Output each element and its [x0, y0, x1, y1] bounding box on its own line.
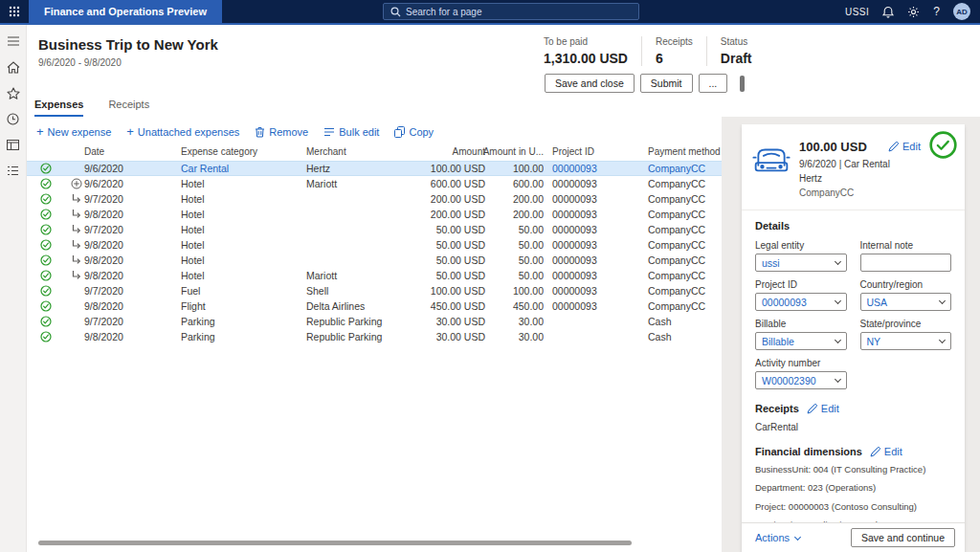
cell-payment-method: Cash: [648, 329, 734, 344]
waffle-icon[interactable]: [0, 0, 29, 23]
unattached-expenses-button[interactable]: + Unattached expenses: [126, 125, 239, 138]
table-row[interactable]: 9/7/2020FuelShell100.00 USD100.000000009…: [27, 283, 722, 298]
table-row[interactable]: 9/7/2020Hotel50.00 USD50.0000000093Compa…: [27, 222, 722, 237]
edit-financial-dimensions-button[interactable]: Edit: [870, 446, 902, 457]
dropdown[interactable]: W00002390: [755, 371, 847, 389]
tree-spacer: [71, 314, 84, 329]
subline-icon: [71, 237, 84, 253]
dropdown[interactable]: ussi: [755, 254, 847, 272]
new-expense-button[interactable]: + New expense: [36, 125, 111, 138]
header-scrollbar[interactable]: [740, 76, 745, 92]
cell-project-id[interactable]: 00000093: [552, 253, 634, 268]
menu-icon[interactable]: [6, 33, 21, 49]
cell-project-id[interactable]: 00000093: [552, 237, 634, 253]
cell-payment-method: CompanyCC: [648, 298, 734, 314]
chevron-down-icon: [794, 533, 801, 540]
table-row[interactable]: 9/7/2020Hotel200.00 USD200.0000000093Com…: [27, 191, 722, 207]
table-row[interactable]: 9/6/2020Car RentalHertz100.00 USD100.000…: [27, 161, 722, 176]
bell-icon[interactable]: [882, 6, 894, 18]
copy-button[interactable]: Copy: [394, 126, 434, 138]
cell-project-id[interactable]: 00000093: [552, 222, 634, 237]
cell-expense-category: Hotel: [181, 237, 294, 253]
submit-button[interactable]: Submit: [640, 74, 693, 93]
financial-dimensions-header: Financial dimensions Edit: [755, 446, 951, 457]
horizontal-scrollbar[interactable]: [38, 541, 632, 545]
workspaces-icon[interactable]: [6, 137, 21, 152]
table-row[interactable]: 9/8/2020Hotel200.00 USD200.0000000093Com…: [27, 207, 722, 222]
edit-expense-button[interactable]: Edit: [888, 141, 921, 152]
content-area: + New expense + Unattached expenses Remo…: [27, 117, 980, 552]
cell-amount: 200.00 USD: [390, 207, 485, 222]
cell-project-id[interactable]: 00000093: [552, 283, 634, 298]
edit-receipts-button[interactable]: Edit: [807, 403, 839, 414]
cell-payment-method: CompanyCC: [648, 253, 734, 268]
chevron-down-icon: [834, 298, 840, 304]
edit-icon: [888, 142, 899, 152]
text-input[interactable]: [860, 254, 952, 272]
column-amount[interactable]: Amount: [390, 144, 485, 160]
cell-project-id[interactable]: 00000093: [552, 191, 634, 207]
column-amount-usd[interactable]: Amount in U...: [482, 144, 544, 160]
actions-menu[interactable]: Actions: [755, 532, 800, 543]
field-billable: BillableBillable: [755, 319, 847, 350]
column-project-id[interactable]: Project ID: [552, 144, 634, 160]
favorites-icon[interactable]: [6, 85, 21, 100]
cell-expense-category: Hotel: [181, 176, 294, 191]
subline-icon: [71, 207, 84, 222]
table-row[interactable]: 9/6/2020HotelMariott600.00 USD600.000000…: [27, 176, 722, 191]
details-section-title: Details: [755, 220, 951, 232]
column-payment-method[interactable]: Payment method: [648, 144, 734, 160]
app-title[interactable]: Finance and Operations Preview: [29, 0, 222, 23]
recent-icon[interactable]: [6, 111, 21, 126]
cell-amount-usd: 100.00: [482, 283, 544, 298]
cell-payment-method: CompanyCC: [648, 207, 734, 222]
bulk-edit-button[interactable]: Bulk edit: [323, 126, 379, 138]
cell-project-id[interactable]: 00000093: [552, 207, 634, 222]
cell-amount: 600.00 USD: [390, 176, 485, 191]
environment-label[interactable]: USSI: [845, 7, 869, 17]
cell-payment-method: CompanyCC: [648, 237, 734, 253]
financial-dimensions-title: Financial dimensions: [755, 446, 862, 457]
cell-expense-category[interactable]: Car Rental: [181, 161, 294, 176]
table-row[interactable]: 9/8/2020ParkingRepublic Parking30.00 USD…: [27, 329, 722, 344]
modules-icon[interactable]: [6, 163, 21, 178]
gear-icon[interactable]: [907, 6, 920, 18]
cell-expense-category: Hotel: [181, 207, 294, 222]
dropdown[interactable]: USA: [860, 293, 952, 311]
search-input[interactable]: Search for a page: [383, 3, 639, 20]
cell-project-id[interactable]: 00000093: [552, 298, 634, 314]
status-approved-icon: [40, 268, 54, 283]
tab-expenses[interactable]: Expenses: [34, 99, 83, 117]
table-row[interactable]: 9/8/2020FlightDelta Airlines450.00 USD45…: [27, 298, 722, 314]
expense-grid-panel: + New expense + Unattached expenses Remo…: [27, 117, 722, 552]
save-and-continue-button[interactable]: Save and continue: [851, 528, 955, 547]
table-row[interactable]: 9/8/2020HotelMariott50.00 USD50.00000000…: [27, 268, 722, 283]
dropdown[interactable]: NY: [860, 332, 952, 350]
dropdown[interactable]: 00000093: [755, 293, 847, 311]
remove-button[interactable]: Remove: [255, 126, 308, 138]
more-button[interactable]: ...: [699, 74, 728, 93]
table-row[interactable]: 9/8/2020Hotel50.00 USD50.0000000093Compa…: [27, 237, 722, 253]
column-expense-category[interactable]: Expense category: [181, 144, 294, 160]
cell-amount: 200.00 USD: [390, 191, 485, 207]
status-approved-icon: [40, 314, 54, 329]
cell-project-id[interactable]: 00000093: [552, 268, 634, 283]
table-row[interactable]: 9/8/2020Hotel50.00 USD50.0000000093Compa…: [27, 253, 722, 268]
table-row[interactable]: 9/7/2020ParkingRepublic Parking30.00 USD…: [27, 314, 722, 329]
save-and-close-button[interactable]: Save and close: [545, 74, 635, 93]
avatar[interactable]: AD: [953, 3, 970, 20]
tree-spacer: [71, 161, 84, 176]
receipts-section-title: Receipts: [755, 403, 799, 414]
receipt-item[interactable]: CarRental: [755, 422, 951, 432]
home-icon[interactable]: [6, 59, 21, 75]
cell-amount: 30.00 USD: [390, 314, 485, 329]
tab-receipts[interactable]: Receipts: [108, 99, 149, 117]
dropdown[interactable]: Billable: [755, 332, 847, 350]
expand-icon[interactable]: [71, 176, 84, 191]
cell-project-id: [552, 314, 634, 329]
column-date[interactable]: Date: [84, 144, 159, 160]
cell-project-id[interactable]: 00000093: [552, 161, 634, 176]
grid-rows: 9/6/2020Car RentalHertz100.00 USD100.000…: [27, 161, 722, 344]
cell-project-id[interactable]: 00000093: [552, 176, 634, 191]
help-icon[interactable]: ?: [933, 5, 940, 18]
